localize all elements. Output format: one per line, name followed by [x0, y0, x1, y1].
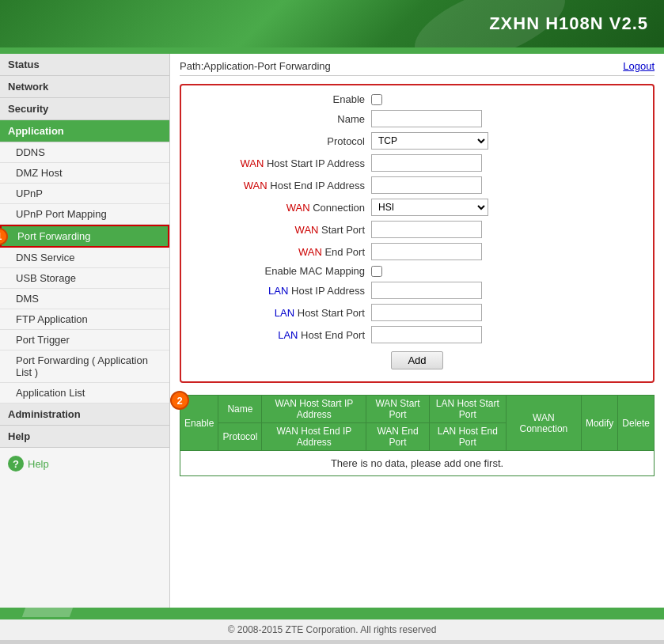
- sidebar-item-application-list[interactable]: Application List: [0, 383, 169, 403]
- sidebar-item-upnp[interactable]: UPnP: [0, 184, 169, 204]
- sidebar-section-status[interactable]: Status: [0, 54, 169, 76]
- sidebar-section-help[interactable]: Help: [0, 426, 169, 448]
- sidebar-section-security[interactable]: Security: [0, 98, 169, 120]
- name-label: Name: [197, 113, 371, 125]
- protocol-label: Protocol: [197, 135, 371, 147]
- th-wan-start-port: WAN Start Port: [366, 396, 430, 423]
- wan-connection-label: WAN Connection: [197, 202, 371, 214]
- wan-host-start-ip-input[interactable]: [371, 154, 482, 172]
- header: ZXHN H108N V2.5: [0, 0, 664, 47]
- th-wan-connection: WAN Connection: [506, 396, 581, 451]
- th-wan-host-end: WAN Host End IP Address: [262, 423, 366, 451]
- footer-green-bar: [0, 608, 664, 617]
- protocol-select[interactable]: TCP UDP TCP/UDP: [371, 132, 488, 150]
- form-row-name: Name: [197, 110, 637, 127]
- lan-host-ip-label: LAN Host IP Address: [197, 285, 371, 297]
- wan-start-port-input[interactable]: [371, 221, 482, 238]
- header-green-bar: [0, 47, 664, 54]
- no-data-row: There is no data, please add one first.: [180, 451, 655, 476]
- sidebar-item-dmzhost[interactable]: DMZ Host: [0, 163, 169, 184]
- wan-start-port-label: WAN Start Port: [197, 224, 371, 236]
- form-row-wan-end-port: WAN End Port: [197, 243, 637, 260]
- th-wan-end-port: WAN End Port: [366, 423, 430, 451]
- sidebar-item-port-trigger[interactable]: Port Trigger: [0, 330, 169, 350]
- sidebar-item-port-forwarding-app-list[interactable]: Port Forwarding ( Application List ): [0, 350, 169, 383]
- lan-host-end-port-label: LAN Host End Port: [197, 329, 371, 341]
- main-layout: Status Network Security Application DDNS…: [0, 54, 664, 608]
- help-item[interactable]: ? Help: [0, 448, 169, 479]
- th-lan-host-start-port: LAN Host Start Port: [429, 396, 506, 423]
- wan-connection-select[interactable]: HSI VOIP IPTV: [371, 199, 488, 216]
- help-label: Help: [28, 458, 49, 470]
- path-bar: Path:Application-Port Forwarding Logout: [180, 60, 655, 76]
- form-box: Enable Name Protocol TCP UDP TCP/UDP: [180, 84, 655, 383]
- enable-label: Enable: [197, 93, 371, 105]
- th-protocol: Protocol: [218, 423, 262, 451]
- app-title: ZXHN H108N V2.5: [489, 13, 648, 34]
- sidebar-item-usb-storage[interactable]: USB Storage: [0, 268, 169, 289]
- sidebar-section-application[interactable]: Application: [0, 120, 169, 142]
- sidebar-item-port-forwarding[interactable]: Port Forwarding: [0, 225, 169, 248]
- mac-mapping-checkbox[interactable]: [371, 266, 382, 277]
- form-row-enable: Enable: [197, 93, 637, 105]
- enable-checkbox[interactable]: [371, 94, 382, 105]
- wan-end-port-input[interactable]: [371, 243, 482, 260]
- footer: © 2008-2015 ZTE Corporation. All rights …: [0, 617, 664, 640]
- form-row-wan-end-ip: WAN Host End IP Address: [197, 176, 637, 194]
- sidebar-item-upnp-port-mapping[interactable]: UPnP Port Mapping: [0, 204, 169, 225]
- lan-host-ip-input[interactable]: [371, 282, 482, 299]
- badge-2: 2: [170, 391, 189, 410]
- form-row-wan-start-port: WAN Start Port: [197, 221, 637, 238]
- data-table: Enable Name WAN Host Start IP Address WA…: [180, 395, 655, 476]
- lan-host-end-port-input[interactable]: [371, 326, 482, 343]
- table-section: 2 Enable Name WAN Host Start IP Address …: [180, 395, 655, 476]
- wan-host-end-ip-input[interactable]: [371, 176, 482, 194]
- th-modify: Modify: [581, 396, 617, 451]
- logout-link[interactable]: Logout: [623, 60, 655, 72]
- sidebar-item-wrapper-port-forwarding: 1 Port Forwarding: [0, 225, 169, 248]
- th-wan-host-start: WAN Host Start IP Address: [262, 396, 366, 423]
- form-row-wan-connection: WAN Connection HSI VOIP IPTV: [197, 199, 637, 216]
- sidebar-item-ddns[interactable]: DDNS: [0, 142, 169, 163]
- sidebar: Status Network Security Application DDNS…: [0, 54, 170, 608]
- enable-mac-label: Enable MAC Mapping: [197, 265, 371, 277]
- th-delete: Delete: [618, 396, 655, 451]
- form-row-mac-mapping: Enable MAC Mapping: [197, 265, 637, 277]
- help-icon: ?: [8, 456, 24, 472]
- form-row-protocol: Protocol TCP UDP TCP/UDP: [197, 132, 637, 150]
- th-name: Name: [218, 396, 262, 423]
- wan-end-port-label: WAN End Port: [197, 246, 371, 258]
- sidebar-item-dms[interactable]: DMS: [0, 289, 169, 309]
- wan-host-end-label: WAN Host End IP Address: [197, 180, 371, 191]
- form-row-lan-start-port: LAN Host Start Port: [197, 304, 637, 321]
- th-lan-host-end-port: LAN Host End Port: [429, 423, 506, 451]
- form-row-lan-ip: LAN Host IP Address: [197, 282, 637, 299]
- form-row-lan-end-port: LAN Host End Port: [197, 326, 637, 343]
- sidebar-item-ftp-application[interactable]: FTP Application: [0, 309, 169, 330]
- name-input[interactable]: [371, 110, 482, 127]
- lan-host-start-port-input[interactable]: [371, 304, 482, 321]
- form-row-wan-start-ip: WAN Host Start IP Address: [197, 154, 637, 172]
- no-data-cell: There is no data, please add one first.: [180, 451, 655, 476]
- content-area: Path:Application-Port Forwarding Logout …: [170, 54, 664, 608]
- sidebar-section-network[interactable]: Network: [0, 76, 169, 98]
- copyright-text: © 2008-2015 ZTE Corporation. All rights …: [228, 624, 437, 635]
- sidebar-section-administration[interactable]: Administration: [0, 403, 169, 426]
- lan-host-start-port-label: LAN Host Start Port: [197, 307, 371, 319]
- wan-host-start-label: WAN Host Start IP Address: [197, 157, 371, 169]
- add-button[interactable]: Add: [391, 351, 442, 369]
- sidebar-item-dns-service[interactable]: DNS Service: [0, 248, 169, 268]
- breadcrumb: Path:Application-Port Forwarding: [180, 60, 331, 72]
